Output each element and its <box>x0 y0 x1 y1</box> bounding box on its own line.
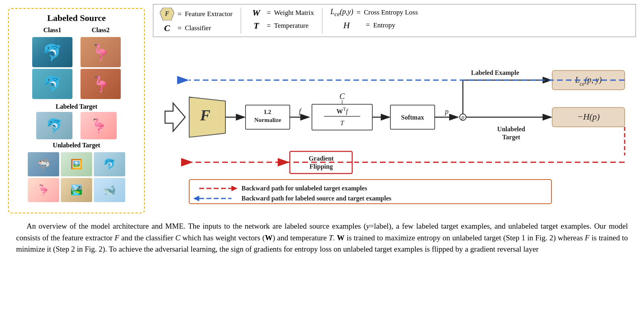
feature-extractor-icon: F <box>160 8 174 21</box>
svg-text:Flipping: Flipping <box>310 163 333 170</box>
svg-text:−H(p): −H(p) <box>577 112 600 122</box>
left-panel: Labeled Source Class1 Class2 Labeled Tar… <box>8 8 145 213</box>
legend-item-W: W = Weight Matrix <box>249 8 314 18</box>
legend-equals-Lce: = <box>357 8 361 17</box>
svg-text:f: f <box>299 107 302 116</box>
legend-equals-H: = <box>366 21 370 29</box>
labeled-target-row <box>36 112 117 139</box>
legend-section-3: Lce(p,y) = Cross Entropy Loss H = Entrop… <box>330 8 426 33</box>
unlabeled-img2 <box>61 152 92 176</box>
unlabeled-img3 <box>94 152 125 176</box>
lce-symbol: Lce(p,y) <box>330 8 353 18</box>
main-container: Labeled Source Class1 Class2 Labeled Tar… <box>0 0 644 310</box>
legend-equals-W: = <box>267 9 271 17</box>
labeled-source-title: Labeled Source <box>47 13 106 23</box>
labeled-target-img1 <box>36 112 72 139</box>
entropy-symbol: H <box>330 20 363 31</box>
svg-marker-5 <box>165 103 185 131</box>
class1-col: Class1 <box>32 27 72 99</box>
unlabeled-img5 <box>61 178 92 202</box>
right-panel: F = Feature Extractor C = Classifier W <box>153 4 636 217</box>
svg-text:Unlabeled: Unlabeled <box>497 126 525 132</box>
class1-img2 <box>32 69 72 99</box>
class2-img1 <box>80 37 121 67</box>
svg-text:Normalize: Normalize <box>254 117 281 123</box>
legend-equals-F: = <box>178 10 182 19</box>
class1-img1 <box>32 37 72 67</box>
weight-symbol: W <box>249 8 264 18</box>
svg-text:T: T <box>340 119 345 127</box>
svg-text:Target: Target <box>502 134 520 141</box>
diagram-area: Labeled Source Class1 Class2 Labeled Tar… <box>8 4 636 217</box>
class2-label: Class2 <box>92 27 109 34</box>
network-svg: F L2 Normalize f C <box>153 41 636 217</box>
network-flow: F L2 Normalize f C <box>153 41 636 217</box>
svg-text:Gradient: Gradient <box>309 155 334 162</box>
svg-text:F: F <box>165 10 169 17</box>
class1-label: Class1 <box>43 27 61 34</box>
legend-equals-T: = <box>267 22 271 30</box>
legend-section-1: F = Feature Extractor C = Classifier <box>160 8 241 33</box>
svg-text:Labeled Example: Labeled Example <box>471 69 519 76</box>
class2-col: Class2 <box>80 27 121 99</box>
caption-area: An overview of the model architecture an… <box>8 217 636 257</box>
caption-text: An overview of the model architecture an… <box>16 221 628 255</box>
svg-text:Backward path for unlabeled ta: Backward path for unlabeled target examp… <box>242 185 367 192</box>
class2-img2 <box>80 69 121 99</box>
legend-text-F: Feature Extractor <box>185 10 232 18</box>
temperature-symbol: T <box>249 21 264 31</box>
svg-text:Softmax: Softmax <box>401 114 424 121</box>
legend-item-C: C = Classifier <box>160 23 233 33</box>
legend-item-H: H = Entropy <box>330 20 418 31</box>
labeled-target-img2 <box>80 112 117 139</box>
svg-text:WTf: WTf <box>336 106 349 115</box>
svg-text:p: p <box>444 107 449 116</box>
legend-section-2: W = Weight Matrix T = Temperature <box>249 8 322 33</box>
legend-box: F = Feature Extractor C = Classifier W <box>153 4 636 37</box>
legend-text-Lce: Cross Entropy Loss <box>364 8 418 17</box>
class-labels-row: Class1 Class2 <box>32 27 121 99</box>
legend-item-T: T = Temperature <box>249 21 314 31</box>
unlabeled-target-label: Unlabeled Target <box>53 142 100 149</box>
legend-text-W: Weight Matrix <box>274 9 314 17</box>
svg-text:L2: L2 <box>264 109 271 115</box>
legend-text-H: Entropy <box>373 21 395 29</box>
labeled-target-label: Labeled Target <box>56 103 97 110</box>
legend-text-T: Temperature <box>274 22 309 30</box>
unlabeled-grid <box>28 152 125 202</box>
classifier-symbol: C <box>160 23 174 33</box>
svg-text:F: F <box>200 107 210 124</box>
unlabeled-img6 <box>94 178 125 202</box>
legend-item-Lce: Lce(p,y) = Cross Entropy Loss <box>330 8 418 18</box>
legend-text-C: Classifier <box>185 24 211 32</box>
unlabeled-img1 <box>28 152 59 176</box>
svg-text:p: p <box>461 114 464 120</box>
svg-text:Backward path for labeled sour: Backward path for labeled source and tar… <box>242 195 391 202</box>
legend-item-F: F = Feature Extractor <box>160 8 233 21</box>
legend-equals-C: = <box>178 24 182 33</box>
unlabeled-img4 <box>28 178 59 202</box>
svg-text:C: C <box>339 92 345 101</box>
